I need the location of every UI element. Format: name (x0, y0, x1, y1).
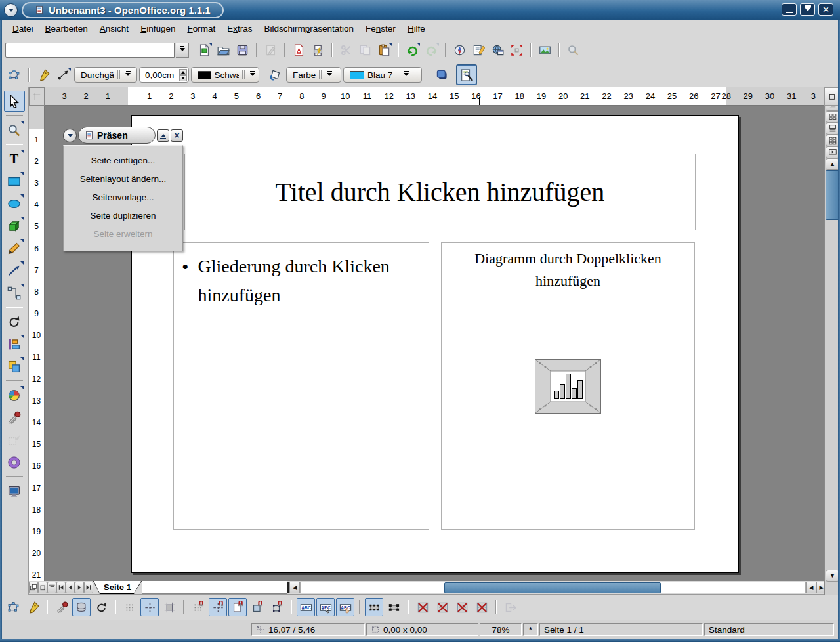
line-width-spinner[interactable]: 0,00cm (139, 67, 189, 83)
slide-page[interactable]: Titel durch Klicken hinzufügen • Glieder… (131, 115, 739, 573)
title-bar[interactable]: Unbenannt3 - OpenOffice.org 1.1.1 ✕ (0, 0, 840, 20)
menu-item[interactable]: Bildschirmpräsentation (259, 24, 360, 33)
new-document-button[interactable] (196, 41, 213, 59)
vertical-scrollbar-thumb[interactable] (826, 170, 839, 220)
text-placeholder-toggle[interactable] (453, 598, 471, 616)
close-button[interactable]: ✕ (818, 3, 833, 16)
save-button[interactable] (234, 41, 251, 59)
menu-item[interactable]: Fenster (360, 24, 402, 33)
status-template-cell[interactable]: Standard (704, 623, 834, 636)
status-position-cell[interactable]: 16,07 / 5,46 (251, 623, 365, 636)
page-tab[interactable]: Seite 1 (93, 581, 142, 594)
first-page-button[interactable] (56, 582, 66, 593)
ellipse-tool[interactable] (4, 193, 25, 214)
horizontal-scrollbar-track[interactable] (300, 582, 806, 593)
previous-page-button[interactable] (66, 582, 75, 593)
outline-placeholder[interactable]: • Gliederung durch Klicken hinzufügen (173, 242, 429, 530)
layer-mode-button[interactable] (47, 582, 56, 593)
3d-controller-tool[interactable] (4, 452, 25, 473)
edit-points-button[interactable] (5, 66, 23, 84)
glue-points-button[interactable] (35, 66, 52, 84)
menu-item[interactable]: Einfügen (135, 24, 181, 33)
print-button[interactable] (309, 41, 327, 59)
notes-view-button[interactable] (826, 123, 839, 135)
palette-item[interactable]: Seite einfügen... (64, 151, 182, 169)
fill-type-select[interactable]: Farbe (286, 67, 341, 83)
exit-all-groups-button[interactable] (501, 598, 520, 616)
snap-to-margins-toggle[interactable] (228, 598, 247, 616)
open-button[interactable] (215, 41, 232, 59)
spin-down-button[interactable] (179, 75, 187, 81)
glue-points-toggle[interactable] (24, 598, 42, 616)
select-text-area-toggle[interactable] (316, 598, 335, 616)
palette-item[interactable]: Seitenvorlage... (64, 188, 182, 206)
palette-close-button[interactable]: × (171, 129, 183, 142)
handout-view-button[interactable] (826, 135, 839, 146)
gallery-button[interactable] (536, 41, 554, 59)
minimize-button[interactable] (782, 3, 797, 16)
palette-menu-button[interactable] (63, 129, 77, 142)
show-grid-toggle[interactable] (121, 598, 139, 616)
allow-rotate-toggle[interactable] (92, 598, 110, 616)
spin-up-button[interactable] (179, 69, 187, 75)
menu-item[interactable]: Bearbeiten (39, 24, 94, 33)
picture-placeholder-toggle[interactable] (413, 598, 432, 616)
rotate-tool[interactable] (4, 311, 25, 332)
effects-tool[interactable] (4, 407, 25, 428)
line-contour-toggle[interactable] (472, 598, 491, 616)
palette-title-bar[interactable]: Präsen × (63, 126, 183, 144)
horizontal-ruler[interactable]: 321 123456789101112131415161718192021222… (45, 87, 824, 106)
curve-tool[interactable] (4, 238, 25, 259)
scroll-up-button[interactable]: ▲ (826, 158, 839, 170)
arrow-style-button[interactable] (54, 66, 72, 84)
arrange-tool[interactable] (4, 356, 25, 377)
stylist-button[interactable] (470, 41, 488, 59)
vertical-ruler[interactable]: 123456789101112131415161718192021 (29, 106, 45, 581)
allow-interaction-toggle[interactable] (72, 598, 91, 616)
snap-to-object-border-toggle[interactable] (248, 598, 266, 616)
snap-to-grid-toggle[interactable] (189, 598, 207, 616)
guides-when-moving-toggle[interactable] (160, 598, 178, 616)
menu-item[interactable]: Datei (7, 24, 39, 33)
menu-item[interactable]: Hilfe (402, 24, 431, 33)
scroll-left-button[interactable]: ◀ (289, 582, 300, 593)
show-snap-lines-toggle[interactable] (140, 598, 159, 616)
snap-to-snap-lines-toggle[interactable] (209, 598, 227, 616)
alignment-tool[interactable] (4, 333, 25, 354)
presentation-object-button[interactable] (457, 65, 476, 85)
palette-item[interactable]: Seitenlayout ändern... (64, 169, 182, 188)
allow-effects-toggle[interactable] (52, 598, 71, 616)
zoom-tool[interactable] (4, 119, 25, 140)
line-arrow-tool[interactable] (4, 260, 25, 281)
scroll-down-button[interactable]: ▼ (826, 570, 839, 582)
page-mode-button[interactable] (38, 582, 47, 593)
palette-rollup-button[interactable] (157, 129, 169, 142)
next-page-button[interactable] (75, 582, 84, 593)
window-menu-button[interactable] (4, 3, 18, 17)
search-button[interactable] (564, 41, 582, 59)
rectangle-tool[interactable] (4, 171, 25, 192)
status-modified-cell[interactable]: * (523, 623, 538, 636)
text-tool[interactable]: T (4, 148, 25, 169)
paste-button[interactable] (375, 41, 393, 59)
start-presentation-button[interactable] (826, 146, 839, 158)
insert-tool[interactable] (4, 385, 25, 406)
copy-button[interactable] (356, 41, 374, 59)
large-handles-toggle[interactable] (385, 598, 403, 616)
redo-button[interactable] (423, 41, 440, 59)
palette-item[interactable]: Seite duplizieren (64, 206, 182, 225)
interaction-tool[interactable] (4, 429, 25, 450)
contour-mode-toggle[interactable] (433, 598, 452, 616)
scroll-left-end-button[interactable]: ◀ (806, 582, 816, 593)
line-color-select[interactable]: Schwa (191, 67, 259, 83)
area-style-button[interactable] (266, 66, 284, 84)
double-click-edit-toggle[interactable] (336, 598, 354, 616)
chart-placeholder[interactable]: Diagramm durch Doppelklicken hinzufügen (441, 242, 695, 530)
menu-item[interactable]: Extras (221, 24, 258, 33)
3d-object-tool[interactable] (4, 215, 25, 236)
menu-item[interactable]: Format (181, 24, 221, 33)
horizontal-scrollbar-thumb[interactable] (444, 582, 661, 593)
maximize-button[interactable] (800, 3, 815, 16)
menu-item[interactable]: Ansicht (94, 24, 135, 33)
status-size-cell[interactable]: 0,00 x 0,00 (366, 623, 478, 636)
